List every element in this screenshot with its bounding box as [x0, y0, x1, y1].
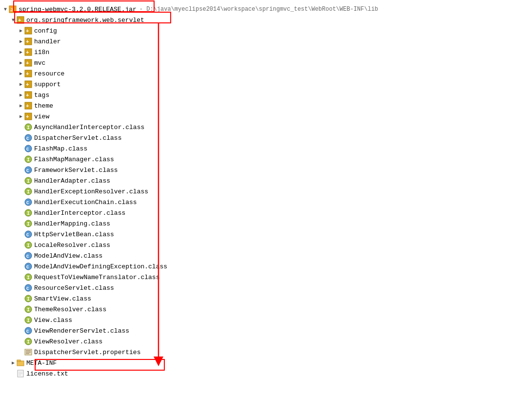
- pkg-handler-label: handler: [34, 38, 61, 45]
- pkg-i18n[interactable]: + i18n: [2, 47, 530, 57]
- interface-icon-her: I: [24, 188, 32, 195]
- pkg-mvc[interactable]: + mvc: [2, 57, 530, 68]
- class-dispatcherservlet-label: DispatcherServlet.class: [34, 134, 121, 142]
- class-view[interactable]: I View.class: [2, 315, 530, 325]
- svg-rect-69: [17, 360, 20, 361]
- interface-icon-ha: I: [24, 177, 32, 185]
- class-viewrendererservlet[interactable]: C ViewRendererServlet.class: [2, 325, 530, 336]
- class-viewresolver-label: ViewResolver.class: [34, 338, 102, 345]
- class-modelandview[interactable]: C ModelAndView.class: [2, 250, 530, 261]
- package-servlet-label: org.springframework.web.servlet: [26, 17, 144, 24]
- svg-text:+: +: [26, 103, 29, 109]
- pkg-tags-arrow[interactable]: [18, 92, 24, 98]
- pkg-mvc-arrow[interactable]: [18, 60, 24, 66]
- tree-container: J spring-webmvc-3.2.0.RELEASE.jar - D:\j…: [0, 0, 532, 383]
- pkg-mvc-label: mvc: [34, 59, 45, 67]
- class-handlerexceptionresolver-label: HandlerExceptionResolver.class: [34, 188, 148, 195]
- class-handleradapter[interactable]: I HandlerAdapter.class: [2, 175, 530, 186]
- pkg-handler-arrow[interactable]: [18, 38, 24, 44]
- class-frameworkservlet[interactable]: C FrameworkServlet.class: [2, 165, 530, 175]
- class-smartview[interactable]: I SmartView.class: [2, 293, 530, 304]
- svg-text:+: +: [26, 39, 29, 45]
- pkg-theme[interactable]: + theme: [2, 100, 530, 111]
- svg-text:I: I: [27, 243, 30, 248]
- class-viewrendererservlet-label: ViewRendererServlet.class: [34, 327, 129, 335]
- class-flashmapmanager[interactable]: I FlashMapManager.class: [2, 154, 530, 165]
- txt-icon: [17, 370, 24, 377]
- pkg-handler[interactable]: + handler: [2, 36, 530, 47]
- svg-text:I: I: [27, 339, 30, 345]
- pkg-config-label: config: [34, 27, 57, 35]
- class-icon-hsb: C: [24, 230, 32, 238]
- class-flashmap[interactable]: C FlashMap.class: [2, 143, 530, 154]
- jar-path: - D:\java\myeclipse2014\workspace\spring…: [139, 6, 378, 13]
- pkg-support-label: support: [34, 81, 61, 88]
- jar-arrow[interactable]: [2, 7, 9, 12]
- pkg-support-arrow[interactable]: [18, 81, 24, 87]
- pkg-resource-arrow[interactable]: [18, 71, 24, 76]
- class-modelandview-label: ModelAndView.class: [34, 252, 102, 260]
- class-dispatcherservlet[interactable]: C DispatcherServlet.class: [2, 132, 530, 143]
- pkg-resource[interactable]: + resource: [2, 68, 530, 79]
- class-handlermapping[interactable]: I HandlerMapping.class: [2, 218, 530, 229]
- jar-root-item[interactable]: J spring-webmvc-3.2.0.RELEASE.jar - D:\j…: [2, 4, 530, 15]
- interface-icon-fmm: I: [24, 155, 32, 163]
- package-servlet-arrow[interactable]: [10, 18, 17, 23]
- svg-text:J: J: [10, 8, 13, 13]
- svg-text:C: C: [26, 201, 29, 206]
- pkg-config-arrow[interactable]: [18, 28, 24, 34]
- class-resourceservlet[interactable]: C ResourceServlet.class: [2, 282, 530, 293]
- class-frameworkservlet-label: FrameworkServlet.class: [34, 167, 118, 174]
- svg-text:I: I: [27, 125, 30, 131]
- pkg-config[interactable]: + config: [2, 25, 530, 36]
- class-icon-vrs: C: [24, 327, 32, 335]
- file-license-txt[interactable]: license.txt: [2, 368, 530, 379]
- interface-icon-hi: I: [24, 209, 32, 217]
- svg-text:C: C: [26, 136, 29, 141]
- pkg-support-icon: +: [24, 80, 32, 88]
- file-dispatcherservlet-properties[interactable]: DispatcherServlet.properties: [2, 347, 530, 357]
- svg-text:+: +: [26, 82, 29, 88]
- class-modelandviewdefining[interactable]: C ModelAndViewDefiningException.class: [2, 261, 530, 272]
- svg-text:I: I: [27, 275, 30, 281]
- class-modelandviewdefining-label: ModelAndViewDefiningException.class: [34, 263, 167, 270]
- pkg-view-label: view: [34, 113, 49, 120]
- class-localeresolver[interactable]: I LocaleResolver.class: [2, 240, 530, 250]
- pkg-view-icon: +: [24, 113, 32, 120]
- svg-text:C: C: [26, 286, 29, 291]
- class-themeresolver[interactable]: I ThemeResolver.class: [2, 304, 530, 315]
- class-requesttoviewname[interactable]: I RequestToViewNameTranslator.class: [2, 272, 530, 282]
- svg-text:C: C: [26, 233, 29, 238]
- pkg-i18n-arrow[interactable]: [18, 49, 24, 55]
- class-icon-mavde: C: [24, 263, 32, 270]
- pkg-view-arrow[interactable]: [18, 113, 24, 119]
- pkg-view[interactable]: + view: [2, 111, 530, 122]
- class-httpservletbean[interactable]: C HttpServletBean.class: [2, 229, 530, 240]
- meta-inf-arrow[interactable]: [10, 360, 17, 366]
- svg-text:I: I: [27, 189, 30, 195]
- svg-text:+: +: [26, 60, 29, 66]
- svg-text:C: C: [26, 169, 29, 173]
- jar-label: spring-webmvc-3.2.0.RELEASE.jar: [19, 6, 137, 13]
- class-handlerinterceptor[interactable]: I HandlerInterceptor.class: [2, 207, 530, 218]
- svg-text:C: C: [26, 329, 29, 334]
- pkg-theme-arrow[interactable]: [18, 103, 24, 109]
- pkg-tags[interactable]: + tags: [2, 90, 530, 100]
- folder-meta-inf[interactable]: META-INF: [2, 357, 530, 368]
- class-handlerexceptionresolver[interactable]: I HandlerExceptionResolver.class: [2, 186, 530, 197]
- class-asynchandler[interactable]: I AsyncHandlerInterceptor.class: [2, 122, 530, 132]
- package-icon: +: [17, 16, 24, 24]
- interface-icon-sv: I: [24, 295, 32, 302]
- class-icon-fm: C: [24, 145, 32, 152]
- package-servlet-item[interactable]: + org.springframework.web.servlet: [2, 15, 530, 25]
- class-view-label: View.class: [34, 317, 72, 324]
- pkg-theme-label: theme: [34, 102, 53, 110]
- class-resourceservlet-label: ResourceServlet.class: [34, 284, 114, 292]
- svg-text:+: +: [26, 50, 29, 56]
- pkg-support[interactable]: + support: [2, 79, 530, 90]
- class-handlerexecutionchain[interactable]: C HandlerExecutionChain.class: [2, 197, 530, 207]
- class-icon-mav: C: [24, 252, 32, 260]
- folder-meta-inf-label: META-INF: [26, 359, 57, 367]
- svg-text:I: I: [27, 297, 30, 302]
- class-viewresolver[interactable]: I ViewResolver.class: [2, 336, 530, 347]
